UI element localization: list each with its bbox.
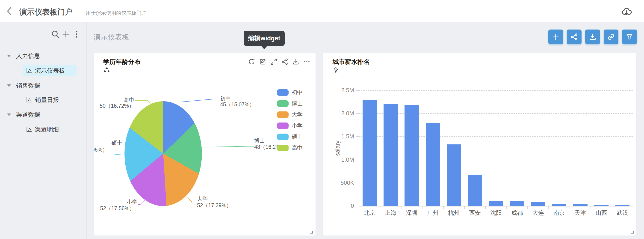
pie-leader-硕士 xyxy=(114,154,124,155)
resize-handle[interactable] xyxy=(310,230,313,234)
pie-leader-大学 xyxy=(186,196,196,202)
pie-label-小学-line1: 小学 xyxy=(127,199,137,205)
pie-label-高中-line1: 高中 xyxy=(124,97,134,103)
pie-leader-博士 xyxy=(202,146,254,147)
share-button[interactable] xyxy=(567,30,582,44)
linkage-icon[interactable] xyxy=(103,67,111,74)
tree-item-2-0[interactable]: 渠道明细 xyxy=(23,124,76,135)
chart-icon xyxy=(26,67,32,74)
y-tick-label: 2.5M xyxy=(331,87,354,94)
bar-沈阳[interactable] xyxy=(489,201,503,206)
pie-label-硕士-line2: 06%） xyxy=(94,147,108,153)
caret-down-icon[interactable] xyxy=(7,55,11,57)
chart-icon xyxy=(26,126,32,133)
widget-action-bar xyxy=(248,58,310,65)
x-tick-mark xyxy=(464,206,465,209)
add-button[interactable] xyxy=(548,30,563,44)
tree-item-1-0[interactable]: 销量日报 xyxy=(23,94,76,105)
pie-label-高中-line2: 50（16.72%） xyxy=(100,103,134,109)
legend-swatch xyxy=(277,111,288,118)
x-axis-line xyxy=(359,206,634,206)
filter-button[interactable] xyxy=(622,30,637,44)
bar-山西[interactable] xyxy=(594,205,608,206)
bar-深圳[interactable] xyxy=(404,105,419,206)
bar-南京[interactable] xyxy=(552,204,566,206)
bar-chart[interactable]: salary 0500K1.0M1.5M2.0M2.5M北京上海深圳广州杭州西安… xyxy=(323,53,636,235)
x-tick-label: 上海 xyxy=(379,209,402,217)
widget-card-city-salary: 城市薪水排名 salary 0500K1.0M1.5M2.0M2.5M北京上海深… xyxy=(323,53,636,235)
plus-icon xyxy=(61,30,70,39)
tree-group-1[interactable]: 销售数据 xyxy=(0,80,87,91)
y-tick-mark xyxy=(356,90,359,91)
y-tick-mark xyxy=(356,183,359,183)
x-tick-mark xyxy=(633,206,633,209)
resize-handle[interactable] xyxy=(630,230,634,234)
legend-item-小学[interactable]: 小学 xyxy=(277,122,303,129)
y-tick-mark xyxy=(356,113,359,114)
download-icon[interactable] xyxy=(292,58,300,65)
tree-group-2[interactable]: 渠道数据 xyxy=(0,109,87,120)
bar-天津[interactable] xyxy=(573,204,588,206)
y-tick-label: 1.0M xyxy=(331,156,354,163)
bar-武汉[interactable] xyxy=(615,205,630,206)
pie-label-初中-line2: 45（15.07%） xyxy=(220,102,255,108)
gridline xyxy=(359,113,633,114)
legend-item-高中[interactable]: 高中 xyxy=(277,145,303,151)
chart-icon xyxy=(26,97,32,103)
legend-label: 初中 xyxy=(292,89,303,96)
tree-group-label: 人力信息 xyxy=(16,52,40,60)
pie-chart[interactable] xyxy=(124,101,202,206)
legend-item-博士[interactable]: 博士 xyxy=(277,100,303,107)
bar-成都[interactable] xyxy=(510,201,524,206)
bar-大连[interactable] xyxy=(531,202,545,206)
share-icon[interactable] xyxy=(281,58,288,65)
tree-group-0[interactable]: 人力信息 xyxy=(0,50,87,61)
fullscreen-icon[interactable] xyxy=(270,58,277,65)
bar-上海[interactable] xyxy=(384,104,398,206)
bar-西安[interactable] xyxy=(468,175,482,206)
tree-item-0-0[interactable]: 演示仪表板 xyxy=(23,65,76,76)
pie-leader-小学 xyxy=(138,199,146,205)
y-tick-label: 500K xyxy=(331,179,354,186)
caret-down-icon[interactable] xyxy=(7,114,11,116)
x-tick-mark xyxy=(380,206,380,209)
export-button[interactable] xyxy=(585,30,600,44)
legend-item-大学[interactable]: 大学 xyxy=(277,111,303,118)
y-tick-mark xyxy=(356,160,359,160)
x-tick-mark xyxy=(506,206,507,209)
x-tick-label: 西安 xyxy=(464,209,486,217)
x-tick-label: 北京 xyxy=(358,209,381,217)
pie-label-博士-line1: 博士 xyxy=(254,137,265,143)
caret-down-icon[interactable] xyxy=(7,84,11,87)
bar-杭州[interactable] xyxy=(447,144,461,206)
y-tick-mark xyxy=(356,206,359,206)
y-tick-label: 2.0M xyxy=(331,110,354,117)
legend-item-初中[interactable]: 初中 xyxy=(277,89,303,96)
tree-group-label: 销售数据 xyxy=(16,82,40,90)
cloud-download-button[interactable] xyxy=(621,6,632,17)
x-tick-label: 深圳 xyxy=(400,209,423,217)
legend-label: 硕士 xyxy=(292,133,303,140)
search-button[interactable] xyxy=(51,30,60,39)
edit-widget-tooltip: 编辑widget xyxy=(244,31,285,46)
y-tick-label: 0 xyxy=(331,202,354,209)
back-button[interactable] xyxy=(4,6,15,16)
link-button[interactable] xyxy=(604,30,618,44)
x-tick-mark xyxy=(612,206,612,209)
x-tick-label: 南京 xyxy=(548,209,571,217)
refresh-icon[interactable] xyxy=(248,58,255,65)
x-tick-mark xyxy=(590,206,591,209)
funnel-icon xyxy=(626,33,634,41)
page-title: 演示仪表板 xyxy=(94,32,129,42)
more-menu-button[interactable] xyxy=(72,30,81,39)
bar-北京[interactable] xyxy=(362,100,377,206)
more-icon[interactable] xyxy=(303,58,310,65)
cloud-download-icon xyxy=(621,6,632,17)
bar-广州[interactable] xyxy=(426,123,440,206)
edit-icon[interactable] xyxy=(259,58,266,65)
add-button[interactable] xyxy=(61,30,70,39)
legend-item-硕士[interactable]: 硕士 xyxy=(277,134,303,140)
legend-swatch xyxy=(277,89,288,96)
gridline xyxy=(359,136,633,137)
x-tick-mark xyxy=(485,206,486,209)
